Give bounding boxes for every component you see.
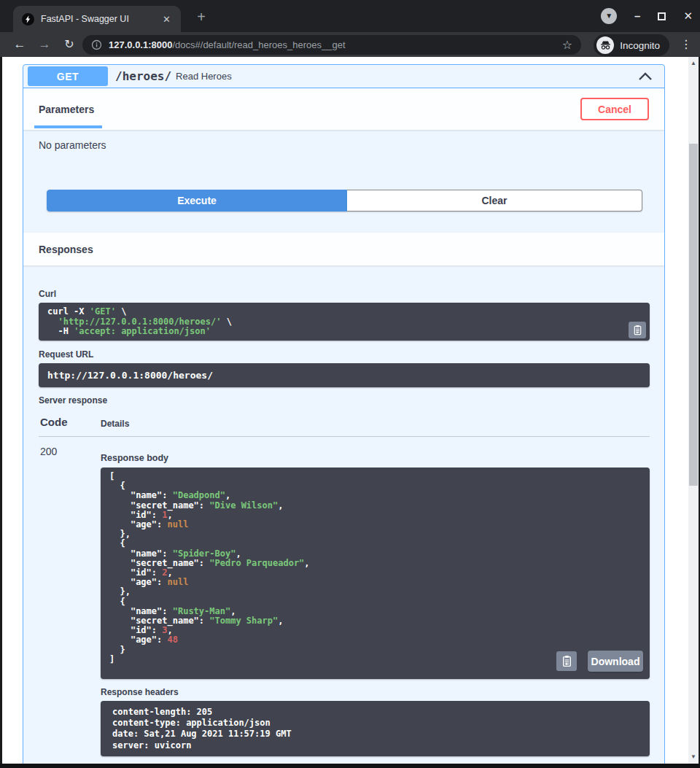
response-headers-label: Response headers — [101, 687, 179, 697]
parameters-header: Parameters Cancel — [23, 89, 664, 130]
new-tab-button[interactable]: + — [191, 7, 211, 28]
window-edge-bottom — [0, 764, 700, 768]
cancel-button[interactable]: Cancel — [580, 98, 649, 120]
tab-parameters[interactable]: Parameters — [39, 104, 94, 115]
clear-button[interactable]: Clear — [347, 190, 642, 212]
request-url-block: http://127.0.0.1:8000/heroes/ — [39, 363, 650, 387]
bookmark-star-icon[interactable]: ☆ — [562, 38, 572, 52]
responses-title: Responses — [39, 244, 93, 255]
incognito-label: Incognito — [620, 40, 660, 51]
curl-label: Curl — [39, 289, 56, 299]
page-scrollbar[interactable]: ▲ ▼ — [688, 57, 699, 764]
back-button[interactable]: ← — [10, 35, 29, 54]
table-divider — [39, 436, 650, 437]
execute-row: Execute Clear — [47, 190, 642, 212]
close-window-button[interactable]: ✕ — [683, 9, 693, 23]
code-column-header: Code — [40, 416, 68, 428]
status-code: 200 — [40, 446, 57, 457]
browser-menu-icon[interactable]: ⋮ — [678, 36, 694, 53]
scrollbar-down-icon[interactable]: ▼ — [688, 752, 699, 762]
details-column-header: Details — [101, 419, 129, 429]
opblock-get-heroes: GET /heroes/ Read Heroes Parameters Canc… — [23, 64, 665, 767]
media-controls-icon[interactable]: ▼ — [601, 8, 617, 24]
tab-close-icon[interactable]: ✕ — [160, 12, 174, 26]
curl-command-block: curl -X 'GET' \ 'http://127.0.0.1:8000/h… — [39, 303, 650, 341]
window-controls: ▼ – ✕ — [601, 0, 693, 32]
browser-chrome: FastAPI - Swagger UI ✕ + ▼ – ✕ ← → ↻ 127… — [0, 0, 700, 57]
server-response-label: Server response — [39, 395, 107, 406]
scrollbar-thumb[interactable] — [689, 144, 698, 486]
download-button[interactable]: Download — [588, 651, 643, 672]
copy-response-button[interactable] — [556, 651, 577, 671]
reload-button[interactable]: ↻ — [60, 35, 79, 54]
fastapi-favicon-icon — [22, 13, 34, 26]
scrollbar-up-icon[interactable]: ▲ — [688, 58, 699, 69]
incognito-icon — [596, 36, 614, 54]
request-url-value: http://127.0.0.1:8000/heroes/ — [47, 370, 213, 381]
window-edge-left — [0, 57, 2, 768]
http-method-badge: GET — [28, 66, 108, 86]
no-parameters-text: No parameters — [39, 139, 106, 151]
page-info-icon[interactable] — [91, 39, 102, 50]
minimize-button[interactable]: – — [634, 12, 640, 20]
endpoint-path: /heroes/ — [115, 69, 171, 83]
swagger-page: GET /heroes/ Read Heroes Parameters Canc… — [0, 57, 700, 768]
browser-tab[interactable]: FastAPI - Swagger UI ✕ — [13, 6, 181, 32]
response-headers-block: content-length: 205content-type: applica… — [101, 701, 650, 756]
opblock-summary[interactable]: GET /heroes/ Read Heroes — [23, 65, 664, 88]
url-host: 127.0.0.1:8000 — [109, 39, 172, 50]
incognito-badge: Incognito — [594, 34, 669, 56]
responses-header: Responses — [23, 233, 664, 265]
url-text: 127.0.0.1:8000/docs#/default/read_heroes… — [109, 39, 346, 50]
browser-toolbar: ← → ↻ 127.0.0.1:8000/docs#/default/read_… — [0, 32, 700, 57]
response-body-block: [ { "name": "Deadpond", "secret_name": "… — [101, 468, 650, 679]
endpoint-summary: Read Heroes — [176, 71, 232, 82]
copy-curl-button[interactable] — [629, 322, 646, 338]
response-body-label: Response body — [101, 453, 168, 463]
maximize-button[interactable] — [658, 12, 666, 20]
active-tab-underline — [34, 125, 102, 128]
url-path: /docs#/default/read_heroes_heroes__get — [172, 39, 345, 50]
address-bar[interactable]: 127.0.0.1:8000/docs#/default/read_heroes… — [82, 35, 581, 55]
forward-button[interactable]: → — [35, 35, 54, 54]
collapse-chevron-icon[interactable] — [638, 71, 653, 81]
execute-button[interactable]: Execute — [47, 190, 347, 212]
tab-title: FastAPI - Swagger UI — [41, 14, 153, 24]
request-url-label: Request URL — [39, 349, 93, 360]
